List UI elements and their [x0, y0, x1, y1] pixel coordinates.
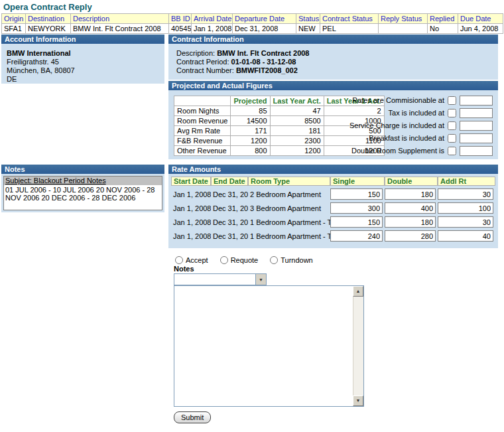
figures-row-label: Room Revenue: [174, 116, 231, 126]
double-rate-input[interactable]: [385, 188, 436, 200]
reply-notes-textarea-box: ▲ ▼: [174, 285, 364, 407]
dropdown-selected-value: [174, 274, 255, 285]
rate-room-type: 1 Bedroom Apartment - Twi: [248, 216, 330, 228]
summary-col-header[interactable]: Status: [296, 14, 320, 24]
contract-number-value: BMWFIT2008_002: [236, 66, 298, 74]
addl-rate-input[interactable]: [438, 188, 493, 200]
rate-room-type: 1 Bedroom Apartment - Twi: [248, 230, 330, 242]
rate-end-date: Dec 31, 2008: [211, 216, 248, 228]
rates-col-header: Addl Rt: [438, 177, 495, 186]
single-rate-input[interactable]: [330, 230, 383, 242]
notes-type-dropdown[interactable]: ▼: [174, 273, 267, 285]
radio-accept-label: Accept: [186, 256, 208, 264]
breakfast-value-input[interactable]: [460, 133, 493, 143]
double-rate-input[interactable]: [385, 216, 436, 228]
option-row-commissionable: Rates are Commisionable at: [334, 95, 493, 106]
summary-data-row: SFA1 NEWYORK BMW Int. Flt Contract 2008 …: [2, 24, 503, 34]
double-supplement-value-input[interactable]: [460, 146, 493, 156]
addl-rate-input[interactable]: [438, 230, 493, 242]
figures-col-header: Last Year Act.: [270, 96, 324, 106]
radio-turndown-label: Turndown: [281, 256, 313, 264]
textarea-scrollbar[interactable]: ▲ ▼: [353, 286, 363, 406]
contract-number-label: Contract Number:: [176, 66, 234, 74]
rate-end-date: Dec 31, 2008: [211, 188, 248, 200]
contract-information-panel: Description: BMW Int. Flt Contract 2008 …: [168, 44, 498, 80]
account-address-line: München, BA, 80807: [7, 66, 164, 75]
single-rate-input[interactable]: [330, 216, 383, 228]
summary-cell: No: [428, 24, 458, 34]
figures-row-label: F&B Revenue: [174, 136, 231, 146]
projected-figures-panel: Projected Last Year Act. Last Year-1 Act…: [168, 90, 498, 159]
summary-col-header[interactable]: Arrival Date: [192, 14, 233, 24]
figures-value: 47: [270, 106, 324, 116]
rate-room-type: 3 Bedroom Apartment: [248, 202, 330, 214]
rates-col-header: Start Date: [171, 177, 211, 186]
summary-cell: 405457: [169, 24, 192, 34]
tax-value-input[interactable]: [460, 108, 493, 118]
radio-accept[interactable]: Accept: [175, 256, 208, 264]
single-rate-input[interactable]: [330, 188, 383, 200]
projected-figures-header: Projected and Actual Figures: [168, 81, 498, 90]
single-rate-input[interactable]: [330, 202, 383, 214]
figures-value: 1200: [270, 146, 324, 156]
summary-col-header[interactable]: Destination: [26, 14, 71, 24]
radio-turndown[interactable]: Turndown: [270, 256, 313, 264]
summary-cell: PEL: [320, 24, 379, 34]
double-supplement-checkbox[interactable]: [448, 147, 456, 155]
account-address-line: DE: [7, 75, 164, 84]
rate-end-date: Dec 31, 2008: [211, 230, 248, 242]
commissionable-checkbox[interactable]: [448, 96, 456, 105]
tax-included-checkbox[interactable]: [448, 109, 456, 117]
notes-list: Subject: Blackout Period Notes 01 JUL 20…: [3, 176, 162, 210]
summary-col-header[interactable]: Replied: [428, 14, 458, 24]
notes-section-header: Notes: [1, 165, 164, 174]
rate-start-date: Jan 1, 2008: [171, 188, 211, 200]
summary-col-header[interactable]: Due Date: [458, 14, 503, 24]
scroll-up-icon[interactable]: ▲: [353, 286, 363, 297]
account-information-panel: BMW International Freiligrathstr. 45 Mün…: [1, 44, 164, 84]
option-row-service-charge: Service Charge is included at: [334, 120, 493, 131]
radio-accept-input[interactable]: [175, 256, 183, 264]
summary-col-header[interactable]: Contract Status: [320, 14, 379, 24]
rate-row: Jan 1, 2008 Dec 31, 2008 2 Bedroom Apart…: [171, 188, 495, 200]
radio-requote[interactable]: Requote: [220, 256, 259, 264]
rate-end-date: Dec 31, 2008: [211, 202, 248, 214]
contract-summary-table: Origin Destination Description BB ID Arr…: [1, 13, 503, 34]
summary-cell: Jun 4, 2008: [458, 24, 503, 34]
radio-requote-input[interactable]: [220, 256, 228, 264]
addl-rate-input[interactable]: [438, 202, 493, 214]
submit-button[interactable]: Submit: [174, 411, 211, 423]
commissionable-value-input[interactable]: [460, 96, 493, 106]
summary-col-header[interactable]: Origin: [2, 14, 26, 24]
rates-col-header: Double: [385, 177, 438, 186]
service-charge-checkbox[interactable]: [448, 121, 456, 130]
figures-row-label: Room Nights: [174, 106, 231, 116]
addl-rate-input[interactable]: [438, 216, 493, 228]
rate-row: Jan 1, 2008 Dec 31, 2008 1 Bedroom Apart…: [171, 230, 495, 242]
notes-list-item-subject[interactable]: Subject: Blackout Period Notes: [4, 177, 162, 185]
summary-cell: SFA1: [2, 24, 26, 34]
option-row-double-supplement: Double Room Supplement is: [334, 145, 493, 156]
figures-value: 2300: [270, 136, 324, 146]
summary-col-header[interactable]: Departure Date: [233, 14, 296, 24]
double-rate-input[interactable]: [385, 202, 436, 214]
rate-start-date: Jan 1, 2008: [171, 202, 211, 214]
summary-col-header[interactable]: BB ID: [169, 14, 192, 24]
summary-col-header[interactable]: Description: [71, 14, 169, 24]
rate-row: Jan 1, 2008 Dec 31, 2008 3 Bedroom Apart…: [171, 202, 495, 214]
account-information-header: Account Information: [1, 35, 164, 44]
contract-information-header: Contract Information: [168, 35, 498, 44]
reply-notes-textarea[interactable]: [174, 286, 353, 406]
summary-col-header[interactable]: Reply Status: [379, 14, 428, 24]
option-row-breakfast: Breakfast is included at: [334, 133, 493, 143]
breakfast-checkbox[interactable]: [448, 134, 456, 143]
contract-period-value: 01-01-08 - 31-12-08: [231, 58, 296, 66]
figures-col-header: Projected: [231, 96, 270, 106]
radio-turndown-input[interactable]: [270, 256, 278, 264]
rate-start-date: Jan 1, 2008: [171, 230, 211, 242]
rate-amounts-header: Rate Amounts: [168, 165, 498, 174]
service-charge-value-input[interactable]: [460, 121, 493, 131]
double-rate-input[interactable]: [385, 230, 436, 242]
scroll-down-icon[interactable]: ▼: [353, 396, 363, 406]
chevron-down-icon[interactable]: ▼: [255, 274, 266, 285]
